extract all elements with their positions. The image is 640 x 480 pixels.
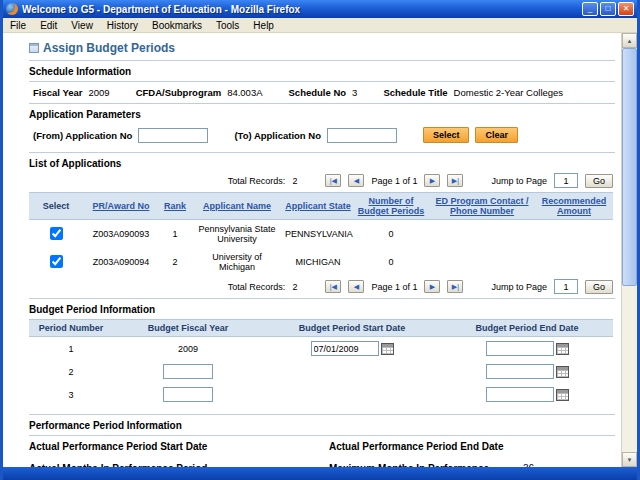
budget-periods-count: 0 — [353, 248, 429, 276]
applicant-state: PENNSYLVANIA — [283, 220, 353, 249]
jump-to-page-input[interactable] — [554, 279, 578, 294]
applicant-name: Pennsylvania State University — [191, 220, 283, 249]
budget-row: 1 2009 — [29, 337, 613, 361]
window-bottom-border — [3, 467, 637, 480]
calendar-icon[interactable] — [556, 366, 569, 378]
menu-edit[interactable]: Edit — [33, 20, 64, 31]
jump-to-page-label: Jump to Page — [491, 282, 547, 292]
pagination-bottom: Total Records: 2 |◀ ◀ Page 1 of 1 ▶ ▶| J… — [29, 279, 613, 294]
divider — [29, 152, 615, 153]
last-page-icon[interactable]: ▶| — [447, 280, 463, 293]
divider — [29, 414, 615, 415]
prev-page-icon[interactable]: ◀ — [348, 174, 364, 187]
select-row-checkbox[interactable] — [50, 255, 63, 268]
budget-header-row: Period Number Budget Fiscal Year Budget … — [29, 320, 613, 337]
menu-bar: File Edit View History Bookmarks Tools H… — [3, 18, 637, 33]
budget-period-table: Period Number Budget Fiscal Year Budget … — [29, 319, 613, 406]
window-title: Welcome to G5 - Department of Education … — [22, 4, 582, 15]
col-select: Select — [29, 193, 83, 220]
col-budget-start-date: Budget Period Start Date — [263, 320, 441, 337]
fiscal-year-value: 2009 — [88, 87, 109, 98]
browser-window: Welcome to G5 - Department of Education … — [0, 0, 640, 480]
col-award-sort-link[interactable]: PR/Award No — [93, 201, 150, 211]
page-content: Assign Budget Periods Schedule Informati… — [3, 33, 621, 467]
fiscal-year-label: Fiscal Year — [33, 87, 82, 98]
budget-row: 2 — [29, 360, 613, 383]
clear-button[interactable]: Clear — [475, 127, 518, 143]
actual-start-date-label: Actual Performance Period Start Date — [29, 441, 207, 452]
first-page-icon[interactable]: |◀ — [325, 280, 341, 293]
divider — [29, 435, 615, 436]
divider — [29, 298, 615, 299]
period-number: 2 — [29, 360, 113, 383]
menu-history[interactable]: History — [100, 20, 145, 31]
pagination-top: Total Records: 2 |◀ ◀ Page 1 of 1 ▶ ▶| J… — [29, 173, 613, 188]
scroll-up-icon[interactable]: ▲ — [622, 33, 637, 48]
applications-header-row: Select PR/Award No Rank Applicant Name A… — [29, 193, 613, 220]
scrollbar-track[interactable] — [622, 48, 637, 452]
ed-contact — [429, 248, 535, 276]
select-button[interactable]: Select — [423, 127, 470, 143]
menu-tools[interactable]: Tools — [209, 20, 246, 31]
col-recommended-amount-sort-link[interactable]: Recommended Amount — [542, 196, 607, 216]
applicant-state: MICHIGAN — [283, 248, 353, 276]
minimize-button[interactable]: _ — [582, 2, 598, 16]
next-page-icon[interactable]: ▶ — [424, 174, 440, 187]
vertical-scrollbar[interactable]: ▲ ▼ — [621, 33, 637, 467]
col-ed-contact-sort-link[interactable]: ED Program Contact / Phone Number — [435, 196, 528, 216]
performance-period-section: Actual Performance Period Start Date Act… — [29, 441, 615, 467]
page-indicator: Page 1 of 1 — [371, 176, 417, 186]
applicant-name: University of Michigan — [191, 248, 283, 276]
total-records-label: Total Records: — [228, 176, 286, 186]
from-application-input[interactable] — [138, 128, 208, 143]
table-row: Z003A090094 2 University of Michigan MIC… — [29, 248, 613, 276]
end-date-input[interactable] — [486, 364, 554, 379]
budget-periods-count: 0 — [353, 220, 429, 249]
first-page-icon[interactable]: |◀ — [325, 174, 341, 187]
actual-end-date-label: Actual Performance Period End Date — [329, 441, 504, 452]
jump-to-page-input[interactable] — [554, 173, 578, 188]
menu-help[interactable]: Help — [246, 20, 281, 31]
close-button[interactable]: ✕ — [618, 2, 634, 16]
end-date-input[interactable] — [486, 341, 554, 356]
schedule-title-value: Domestic 2-Year Colleges — [454, 87, 563, 98]
next-page-icon[interactable]: ▶ — [424, 280, 440, 293]
ed-contact — [429, 220, 535, 249]
col-applicant-name-sort-link[interactable]: Applicant Name — [203, 201, 271, 211]
total-records-label: Total Records: — [228, 282, 286, 292]
menu-bookmarks[interactable]: Bookmarks — [145, 20, 209, 31]
maximize-button[interactable]: □ — [600, 2, 616, 16]
page-title: Assign Budget Periods — [29, 41, 615, 55]
col-budget-periods-sort-link[interactable]: Number of Budget Periods — [358, 196, 425, 216]
fiscal-year-input[interactable] — [163, 387, 213, 402]
applications-table: Select PR/Award No Rank Applicant Name A… — [29, 192, 613, 276]
title-bar: Welcome to G5 - Department of Education … — [3, 0, 637, 18]
last-page-icon[interactable]: ▶| — [447, 174, 463, 187]
start-date-input[interactable] — [311, 341, 379, 356]
end-date-input[interactable] — [486, 387, 554, 402]
go-button[interactable]: Go — [585, 174, 613, 188]
to-application-input[interactable] — [327, 128, 397, 143]
scrollbar-thumb[interactable] — [622, 48, 637, 286]
application-parameters-row: (From) Application No (To) Application N… — [33, 127, 615, 143]
cfda-label: CFDA/Subprogram — [136, 87, 222, 98]
menu-file[interactable]: File — [3, 20, 33, 31]
select-row-checkbox[interactable] — [50, 227, 63, 240]
scroll-down-icon[interactable]: ▼ — [622, 452, 637, 467]
col-budget-end-date: Budget Period End Date — [441, 320, 613, 337]
award-no: Z003A090093 — [83, 220, 159, 249]
col-applicant-state-sort-link[interactable]: Applicant State — [285, 201, 351, 211]
divider — [29, 60, 615, 61]
calendar-icon[interactable] — [556, 343, 569, 355]
col-rank-sort-link[interactable]: Rank — [164, 201, 186, 211]
go-button[interactable]: Go — [585, 280, 613, 294]
menu-view[interactable]: View — [64, 20, 100, 31]
table-row: Z003A090093 1 Pennsylvania State Univers… — [29, 220, 613, 249]
calendar-icon[interactable] — [381, 343, 394, 355]
calendar-icon[interactable] — [556, 389, 569, 401]
prev-page-icon[interactable]: ◀ — [348, 280, 364, 293]
total-records-value: 2 — [292, 176, 297, 186]
fiscal-year-input[interactable] — [163, 364, 213, 379]
period-number: 1 — [29, 337, 113, 361]
schedule-info-heading: Schedule Information — [29, 66, 615, 77]
